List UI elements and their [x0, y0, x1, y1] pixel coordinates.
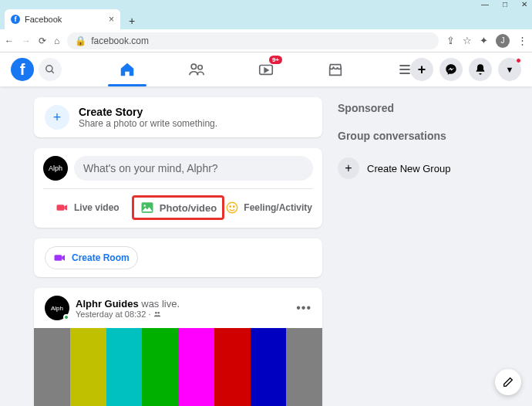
- new-message-fab[interactable]: [495, 369, 521, 395]
- home-icon: [119, 61, 136, 78]
- bell-icon: [474, 63, 487, 76]
- post-timestamp: Yesterday at 08:32 ·: [76, 310, 180, 319]
- friends-privacy-icon: [153, 310, 161, 318]
- svg-point-15: [156, 312, 158, 314]
- back-button[interactable]: ←: [5, 36, 14, 46]
- browser-toolbar: ← → ⟳ ⌂ 🔒 facebook.com ⇪ ☆ ✦ J ⋮: [0, 29, 532, 52]
- window-titlebar: — □ ✕: [0, 0, 532, 8]
- tab-close-button[interactable]: ×: [109, 14, 114, 25]
- close-window-button[interactable]: ✕: [521, 0, 527, 8]
- nav-friends[interactable]: [177, 52, 216, 86]
- url-text: facebook.com: [91, 36, 149, 46]
- svg-rect-14: [55, 255, 62, 261]
- svg-line-1: [52, 71, 54, 73]
- svg-point-16: [158, 312, 160, 314]
- address-bar[interactable]: 🔒 facebook.com: [67, 32, 439, 49]
- create-story-plus-icon: +: [45, 105, 69, 130]
- account-button[interactable]: ▼: [498, 58, 521, 81]
- plus-icon: +: [338, 157, 359, 179]
- bookmark-icon[interactable]: ☆: [463, 35, 472, 46]
- facebook-logo[interactable]: f: [11, 58, 34, 81]
- svg-point-0: [46, 66, 52, 72]
- plus-icon: +: [418, 62, 426, 78]
- marketplace-icon: [327, 61, 344, 78]
- feeling-activity-button[interactable]: Feeling/Activity: [224, 195, 313, 220]
- post-more-button[interactable]: •••: [296, 301, 311, 315]
- composer-input[interactable]: What's on your mind, Alphr?: [74, 156, 313, 181]
- minimize-button[interactable]: —: [481, 0, 489, 8]
- messenger-button[interactable]: [439, 58, 463, 81]
- notifications-button[interactable]: [469, 58, 492, 81]
- lock-icon: 🔒: [75, 36, 86, 46]
- create-story-card[interactable]: + Create Story Share a photo or write so…: [34, 97, 322, 137]
- svg-point-2: [191, 64, 196, 69]
- forward-button[interactable]: →: [22, 36, 31, 46]
- tab-title: Facebook: [25, 15, 62, 24]
- nav-home[interactable]: [108, 52, 146, 86]
- browser-tabbar: f Facebook × +: [0, 8, 532, 29]
- create-story-subtitle: Share a photo or write something.: [79, 118, 217, 129]
- new-tab-button[interactable]: +: [123, 12, 140, 29]
- watch-badge: 9+: [269, 56, 282, 64]
- sponsored-heading: Sponsored: [338, 102, 484, 114]
- create-button[interactable]: +: [410, 58, 433, 81]
- svg-point-11: [227, 202, 238, 213]
- group-conversations-heading: Group conversations: [338, 130, 484, 142]
- nav-watch[interactable]: 9+: [247, 52, 285, 86]
- search-icon: [45, 64, 56, 75]
- svg-point-13: [234, 206, 235, 208]
- photo-video-button[interactable]: Photo/video: [132, 195, 225, 220]
- home-button[interactable]: ⌂: [54, 36, 59, 46]
- rooms-card: Create Room: [34, 239, 322, 277]
- share-icon[interactable]: ⇪: [446, 35, 455, 46]
- post-video-thumbnail[interactable]: [34, 328, 322, 406]
- post-composer: Alph What's on your mind, Alphr? Live vi…: [34, 148, 322, 228]
- facebook-header: f 9+ + ▼: [0, 52, 532, 86]
- maximize-button[interactable]: □: [503, 0, 507, 8]
- feed-post: Alph Alphr Guides was live. Yesterday at…: [34, 288, 322, 406]
- post-author-avatar[interactable]: Alph: [45, 296, 69, 320]
- right-sidebar: Sponsored Group conversations + Create N…: [338, 97, 484, 406]
- user-avatar[interactable]: Alph: [43, 156, 68, 181]
- camera-icon: [56, 201, 69, 215]
- messenger-icon: [445, 63, 457, 76]
- browser-menu-button[interactable]: ⋮: [517, 35, 527, 46]
- video-plus-icon: [53, 251, 67, 265]
- smile-icon: [225, 201, 239, 215]
- friends-icon: [188, 61, 205, 78]
- svg-point-12: [230, 206, 231, 208]
- browser-tab[interactable]: f Facebook ×: [5, 9, 120, 29]
- facebook-favicon: f: [11, 15, 20, 24]
- create-new-group-button[interactable]: + Create New Group: [338, 157, 484, 179]
- live-video-button[interactable]: Live video: [43, 195, 132, 220]
- notification-dot: [516, 58, 521, 63]
- reload-button[interactable]: ⟳: [39, 36, 46, 46]
- browser-profile-avatar[interactable]: J: [496, 34, 510, 48]
- online-indicator: [63, 314, 69, 320]
- svg-point-3: [198, 66, 203, 70]
- photo-icon: [140, 200, 155, 215]
- svg-point-10: [143, 205, 146, 207]
- create-story-title: Create Story: [79, 106, 217, 118]
- nav-marketplace[interactable]: [316, 52, 355, 86]
- extensions-icon[interactable]: ✦: [480, 35, 488, 46]
- post-author-line[interactable]: Alphr Guides was live.: [76, 298, 180, 310]
- edit-icon: [502, 376, 514, 388]
- chevron-down-icon: ▼: [506, 65, 514, 74]
- create-room-button[interactable]: Create Room: [45, 246, 138, 269]
- svg-rect-8: [56, 205, 64, 211]
- search-button[interactable]: [39, 58, 62, 81]
